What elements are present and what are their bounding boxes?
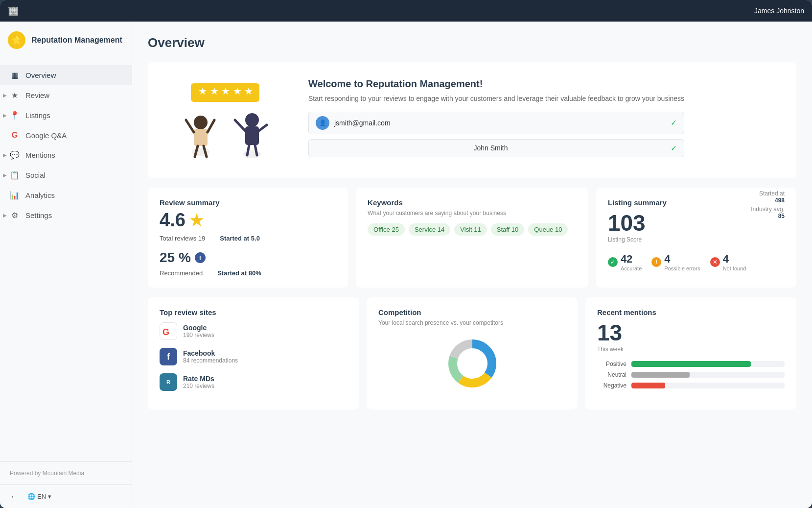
top-bar: 🏢 James Johnston — [0, 0, 812, 22]
top-bar-left: 🏢 — [8, 5, 19, 16]
ratemds-logo: R — [160, 373, 177, 391]
sidebar-item-listings[interactable]: ▶ 📍 Listings — [0, 105, 132, 125]
listing-meta: Started at 498 Industry avg. 85 — [751, 190, 785, 219]
competition-chart — [443, 334, 502, 393]
started-at: Started at 5.0 — [220, 235, 260, 242]
keyword-service: Service 14 — [409, 223, 450, 236]
sidebar-item-google-qa[interactable]: G Google Q&A — [0, 125, 132, 145]
svg-point-10 — [245, 113, 259, 127]
listing-summary-card: Listing summary 103 Listing Score Starte… — [596, 188, 796, 288]
sidebar-item-social[interactable]: ▶ 📋 Social — [0, 165, 132, 185]
sidebar-item-label: Settings — [25, 211, 52, 219]
svg-text:★ ★ ★ ★ ★: ★ ★ ★ ★ ★ — [198, 86, 253, 97]
back-button[interactable]: ← — [10, 491, 20, 502]
welcome-illustration: ★ ★ ★ ★ ★ — [162, 76, 289, 164]
welcome-section: ★ ★ ★ ★ ★ — [148, 62, 796, 178]
language-selector[interactable]: 🌐 EN ▾ — [27, 493, 51, 500]
sidebar-item-label: Listings — [25, 111, 50, 120]
svg-rect-11 — [245, 126, 259, 145]
expand-arrow: ▶ — [3, 213, 7, 218]
welcome-description: Start responding to your reviews to enga… — [308, 94, 684, 104]
sidebar-footer: Powered by Mountain Media — [0, 461, 132, 484]
recommended-label: Recommended Started at 80% — [160, 269, 336, 277]
neutral-label: Neutral — [597, 371, 626, 378]
sidebar-nav: ▦ Overview ▶ ★ Review ▶ 📍 Listings G Goo… — [0, 59, 132, 461]
keyword-office: Office 25 — [368, 223, 405, 236]
accurate-stat: ✓ 42 Accurate — [608, 253, 642, 271]
notfound-icon: ✕ — [710, 257, 720, 267]
svg-line-6 — [208, 120, 214, 132]
welcome-heading: Welcome to Reputation Management! — [308, 78, 684, 90]
sidebar-item-analytics[interactable]: 📊 Analytics — [0, 185, 132, 205]
review-summary-title: Review summary — [160, 198, 336, 207]
user-name: James Johnston — [754, 7, 804, 15]
google-info: Google 190 reviews — [183, 324, 214, 339]
competition-card: Competition Your local search presence v… — [367, 297, 578, 410]
google-count: 190 reviews — [183, 332, 214, 339]
recommended: Recommended — [160, 269, 203, 277]
total-reviews: Total reviews 19 — [160, 235, 205, 242]
svg-line-5 — [186, 120, 194, 132]
positive-label: Positive — [597, 361, 626, 367]
sidebar-item-overview[interactable]: ▦ Overview — [0, 65, 132, 85]
listing-score: 103 — [608, 210, 646, 236]
notfound-stat: ✕ 4 Not found — [710, 253, 746, 271]
competition-title: Competition — [378, 308, 566, 316]
bottom-row: Top review sites G Google 190 reviews — [148, 297, 796, 410]
ratemds-name: Rate MDs — [183, 375, 214, 383]
industry-avg-label: Industry avg. 85 — [751, 206, 785, 219]
facebook-site-item: f Facebook 84 recommendations — [160, 348, 347, 365]
positive-bar-track — [631, 361, 785, 367]
listing-stats-row: ✓ 42 Accurate ! 4 Possible errors — [608, 253, 785, 271]
rating-display: 4.6 ★ — [160, 210, 336, 231]
neutral-bar-track — [631, 372, 785, 378]
sidebar-item-review[interactable]: ▶ ★ Review — [0, 85, 132, 105]
errors-num: 4 — [664, 253, 700, 266]
negative-label: Negative — [597, 382, 626, 389]
recent-mentions-title: Recent mentions — [597, 308, 785, 316]
sidebar-item-settings[interactable]: ▶ ⚙ Settings — [0, 205, 132, 225]
expand-arrow: ▶ — [3, 152, 7, 158]
mentions-count: 13 — [597, 319, 785, 346]
facebook-name: Facebook — [183, 349, 238, 357]
sidebar-item-label: Google Q&A — [25, 131, 67, 140]
sidebar-bottom: ← 🌐 EN ▾ — [0, 484, 132, 508]
email-avatar: 👤 — [316, 116, 329, 130]
recommend-started: Started at 80% — [217, 269, 261, 277]
review-stats: Total reviews 19 Started at 5.0 — [160, 235, 336, 242]
accurate-label: Accurate — [621, 266, 642, 271]
negative-bar-fill — [631, 383, 665, 388]
positive-bar-row: Positive — [597, 361, 785, 367]
keyword-staff: Staff 10 — [491, 223, 525, 236]
svg-line-12 — [235, 120, 245, 131]
errors-label: Possible errors — [664, 266, 700, 271]
competition-subtitle: Your local search presence vs. your comp… — [378, 319, 566, 326]
positive-bar-fill — [631, 361, 751, 367]
sidebar-item-label: Review — [25, 91, 49, 99]
sidebar-title: Reputation Management — [31, 36, 122, 45]
name-check-icon: ✓ — [671, 144, 677, 153]
sidebar-item-mentions[interactable]: ▶ 💬 Mentions — [0, 145, 132, 165]
accurate-icon: ✓ — [608, 257, 618, 267]
mentions-week: This week — [597, 346, 785, 353]
negative-bar-track — [631, 383, 785, 388]
neutral-bar-fill — [631, 372, 690, 378]
sidebar-item-label: Overview — [25, 71, 56, 79]
email-row: 👤 jsmith@gmail.com ✓ — [308, 112, 684, 134]
settings-icon: ⚙ — [10, 211, 20, 220]
recommend-row: 25 % f — [160, 250, 336, 266]
sidebar-header: ⭐ Reputation Management — [0, 22, 132, 59]
overview-icon: ▦ — [10, 71, 20, 80]
mentions-icon: 💬 — [10, 150, 20, 160]
listings-icon: 📍 — [10, 111, 20, 120]
svg-point-21 — [459, 350, 486, 377]
metrics-row: Review summary 4.6 ★ Total reviews 19 St… — [148, 188, 796, 288]
notfound-num: 4 — [723, 253, 746, 266]
sidebar-item-label: Social — [25, 171, 46, 179]
svg-line-13 — [259, 125, 267, 131]
svg-text:G: G — [162, 327, 169, 337]
rating-value: 4.6 — [160, 210, 186, 231]
keyword-queue: Queue 10 — [528, 223, 568, 236]
top-review-sites-card: Top review sites G Google 190 reviews — [148, 297, 359, 410]
google-icon: G — [10, 131, 20, 140]
